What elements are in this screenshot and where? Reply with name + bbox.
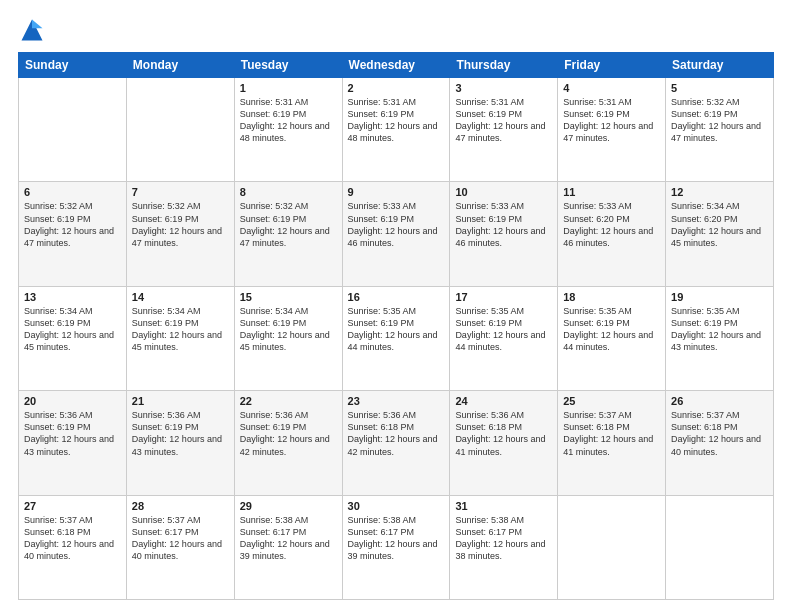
day-number: 25: [563, 395, 660, 407]
calendar-cell: 26Sunrise: 5:37 AM Sunset: 6:18 PM Dayli…: [666, 391, 774, 495]
day-info: Sunrise: 5:37 AM Sunset: 6:17 PM Dayligh…: [132, 514, 229, 563]
day-info: Sunrise: 5:31 AM Sunset: 6:19 PM Dayligh…: [348, 96, 445, 145]
day-info: Sunrise: 5:32 AM Sunset: 6:19 PM Dayligh…: [671, 96, 768, 145]
day-info: Sunrise: 5:38 AM Sunset: 6:17 PM Dayligh…: [348, 514, 445, 563]
day-info: Sunrise: 5:35 AM Sunset: 6:19 PM Dayligh…: [563, 305, 660, 354]
day-number: 13: [24, 291, 121, 303]
day-info: Sunrise: 5:32 AM Sunset: 6:19 PM Dayligh…: [24, 200, 121, 249]
day-number: 27: [24, 500, 121, 512]
svg-marker-1: [32, 20, 43, 29]
day-number: 1: [240, 82, 337, 94]
day-number: 17: [455, 291, 552, 303]
day-number: 9: [348, 186, 445, 198]
day-number: 20: [24, 395, 121, 407]
day-info: Sunrise: 5:37 AM Sunset: 6:18 PM Dayligh…: [24, 514, 121, 563]
day-info: Sunrise: 5:36 AM Sunset: 6:18 PM Dayligh…: [455, 409, 552, 458]
calendar-header-row: SundayMondayTuesdayWednesdayThursdayFrid…: [19, 53, 774, 78]
calendar-week-row: 20Sunrise: 5:36 AM Sunset: 6:19 PM Dayli…: [19, 391, 774, 495]
day-info: Sunrise: 5:36 AM Sunset: 6:19 PM Dayligh…: [24, 409, 121, 458]
calendar-cell: 6Sunrise: 5:32 AM Sunset: 6:19 PM Daylig…: [19, 182, 127, 286]
day-info: Sunrise: 5:33 AM Sunset: 6:19 PM Dayligh…: [348, 200, 445, 249]
calendar-week-row: 1Sunrise: 5:31 AM Sunset: 6:19 PM Daylig…: [19, 78, 774, 182]
weekday-header: Friday: [558, 53, 666, 78]
day-info: Sunrise: 5:34 AM Sunset: 6:20 PM Dayligh…: [671, 200, 768, 249]
day-number: 22: [240, 395, 337, 407]
day-info: Sunrise: 5:31 AM Sunset: 6:19 PM Dayligh…: [240, 96, 337, 145]
calendar-cell: 15Sunrise: 5:34 AM Sunset: 6:19 PM Dayli…: [234, 286, 342, 390]
day-number: 2: [348, 82, 445, 94]
calendar-cell: 7Sunrise: 5:32 AM Sunset: 6:19 PM Daylig…: [126, 182, 234, 286]
calendar-cell: 12Sunrise: 5:34 AM Sunset: 6:20 PM Dayli…: [666, 182, 774, 286]
day-info: Sunrise: 5:35 AM Sunset: 6:19 PM Dayligh…: [455, 305, 552, 354]
calendar-week-row: 27Sunrise: 5:37 AM Sunset: 6:18 PM Dayli…: [19, 495, 774, 599]
day-number: 24: [455, 395, 552, 407]
calendar-cell: 1Sunrise: 5:31 AM Sunset: 6:19 PM Daylig…: [234, 78, 342, 182]
calendar-cell: 3Sunrise: 5:31 AM Sunset: 6:19 PM Daylig…: [450, 78, 558, 182]
day-number: 11: [563, 186, 660, 198]
weekday-header: Tuesday: [234, 53, 342, 78]
calendar-cell: [558, 495, 666, 599]
day-info: Sunrise: 5:31 AM Sunset: 6:19 PM Dayligh…: [455, 96, 552, 145]
day-number: 19: [671, 291, 768, 303]
day-number: 8: [240, 186, 337, 198]
day-number: 5: [671, 82, 768, 94]
day-info: Sunrise: 5:37 AM Sunset: 6:18 PM Dayligh…: [563, 409, 660, 458]
weekday-header: Saturday: [666, 53, 774, 78]
calendar-cell: 16Sunrise: 5:35 AM Sunset: 6:19 PM Dayli…: [342, 286, 450, 390]
calendar-cell: 27Sunrise: 5:37 AM Sunset: 6:18 PM Dayli…: [19, 495, 127, 599]
calendar-cell: 28Sunrise: 5:37 AM Sunset: 6:17 PM Dayli…: [126, 495, 234, 599]
header: [18, 16, 774, 44]
page: SundayMondayTuesdayWednesdayThursdayFrid…: [0, 0, 792, 612]
calendar-table: SundayMondayTuesdayWednesdayThursdayFrid…: [18, 52, 774, 600]
day-info: Sunrise: 5:34 AM Sunset: 6:19 PM Dayligh…: [240, 305, 337, 354]
calendar-cell: 20Sunrise: 5:36 AM Sunset: 6:19 PM Dayli…: [19, 391, 127, 495]
day-info: Sunrise: 5:32 AM Sunset: 6:19 PM Dayligh…: [132, 200, 229, 249]
weekday-header: Sunday: [19, 53, 127, 78]
calendar-cell: 11Sunrise: 5:33 AM Sunset: 6:20 PM Dayli…: [558, 182, 666, 286]
calendar-cell: 14Sunrise: 5:34 AM Sunset: 6:19 PM Dayli…: [126, 286, 234, 390]
weekday-header: Wednesday: [342, 53, 450, 78]
day-number: 14: [132, 291, 229, 303]
day-number: 21: [132, 395, 229, 407]
calendar-cell: 21Sunrise: 5:36 AM Sunset: 6:19 PM Dayli…: [126, 391, 234, 495]
day-number: 10: [455, 186, 552, 198]
calendar-cell: 10Sunrise: 5:33 AM Sunset: 6:19 PM Dayli…: [450, 182, 558, 286]
day-info: Sunrise: 5:38 AM Sunset: 6:17 PM Dayligh…: [240, 514, 337, 563]
day-info: Sunrise: 5:36 AM Sunset: 6:18 PM Dayligh…: [348, 409, 445, 458]
weekday-header: Thursday: [450, 53, 558, 78]
day-info: Sunrise: 5:35 AM Sunset: 6:19 PM Dayligh…: [671, 305, 768, 354]
weekday-header: Monday: [126, 53, 234, 78]
logo: [18, 16, 50, 44]
day-number: 15: [240, 291, 337, 303]
day-number: 6: [24, 186, 121, 198]
calendar-cell: 22Sunrise: 5:36 AM Sunset: 6:19 PM Dayli…: [234, 391, 342, 495]
calendar-cell: 23Sunrise: 5:36 AM Sunset: 6:18 PM Dayli…: [342, 391, 450, 495]
day-number: 18: [563, 291, 660, 303]
day-info: Sunrise: 5:38 AM Sunset: 6:17 PM Dayligh…: [455, 514, 552, 563]
day-number: 4: [563, 82, 660, 94]
day-number: 30: [348, 500, 445, 512]
calendar-cell: 29Sunrise: 5:38 AM Sunset: 6:17 PM Dayli…: [234, 495, 342, 599]
day-number: 28: [132, 500, 229, 512]
day-info: Sunrise: 5:34 AM Sunset: 6:19 PM Dayligh…: [24, 305, 121, 354]
day-number: 23: [348, 395, 445, 407]
calendar-cell: [666, 495, 774, 599]
calendar-week-row: 13Sunrise: 5:34 AM Sunset: 6:19 PM Dayli…: [19, 286, 774, 390]
calendar-cell: 8Sunrise: 5:32 AM Sunset: 6:19 PM Daylig…: [234, 182, 342, 286]
day-info: Sunrise: 5:32 AM Sunset: 6:19 PM Dayligh…: [240, 200, 337, 249]
day-info: Sunrise: 5:36 AM Sunset: 6:19 PM Dayligh…: [240, 409, 337, 458]
day-info: Sunrise: 5:33 AM Sunset: 6:19 PM Dayligh…: [455, 200, 552, 249]
day-number: 7: [132, 186, 229, 198]
day-number: 3: [455, 82, 552, 94]
calendar-cell: 2Sunrise: 5:31 AM Sunset: 6:19 PM Daylig…: [342, 78, 450, 182]
day-info: Sunrise: 5:34 AM Sunset: 6:19 PM Dayligh…: [132, 305, 229, 354]
logo-icon: [18, 16, 46, 44]
day-number: 12: [671, 186, 768, 198]
calendar-cell: 30Sunrise: 5:38 AM Sunset: 6:17 PM Dayli…: [342, 495, 450, 599]
calendar-week-row: 6Sunrise: 5:32 AM Sunset: 6:19 PM Daylig…: [19, 182, 774, 286]
day-number: 26: [671, 395, 768, 407]
calendar-cell: 31Sunrise: 5:38 AM Sunset: 6:17 PM Dayli…: [450, 495, 558, 599]
calendar-cell: 5Sunrise: 5:32 AM Sunset: 6:19 PM Daylig…: [666, 78, 774, 182]
calendar-cell: [126, 78, 234, 182]
calendar-cell: 9Sunrise: 5:33 AM Sunset: 6:19 PM Daylig…: [342, 182, 450, 286]
